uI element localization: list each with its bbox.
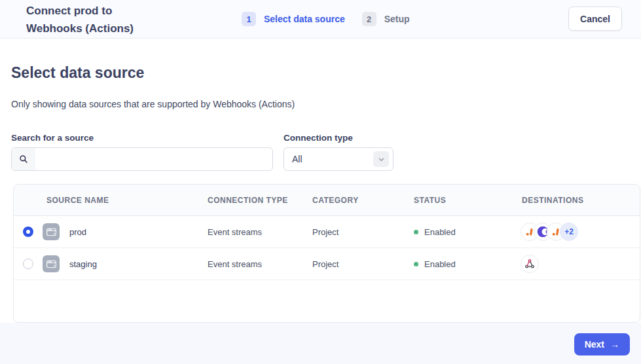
- column-category: CATEGORY: [308, 196, 410, 205]
- search-box: [11, 147, 273, 171]
- status-cell: Enabled: [410, 227, 518, 237]
- arrow-right-icon: →: [610, 339, 619, 350]
- connect-source-modal: Connect prod to Webhooks (Actions) 1 Sel…: [0, 0, 641, 364]
- source-name: prod: [69, 227, 86, 237]
- connection-type-label: Connection type: [284, 133, 353, 143]
- wizard-title: Connect prod to Webhooks (Actions): [26, 2, 165, 37]
- connection-type-cell: Event streams: [204, 227, 308, 237]
- table-row-prod[interactable]: prod Event streams Project Enabled: [14, 216, 640, 248]
- destinations-cell: [518, 255, 640, 273]
- sources-table: SOURCE NAME CONNECTION TYPE CATEGORY STA…: [13, 184, 640, 323]
- search-label: Search for a source: [11, 133, 94, 143]
- table-row-staging[interactable]: staging Event streams Project Enabled: [14, 248, 640, 280]
- destinations-more-badge: +2: [560, 223, 578, 241]
- column-status: STATUS: [410, 196, 518, 205]
- stepper: 1 Select data source 2 Setup: [242, 0, 410, 38]
- radio-button-prod[interactable]: [23, 227, 33, 237]
- next-button[interactable]: Next →: [574, 333, 630, 355]
- status-text: Enabled: [424, 259, 456, 269]
- column-source-name: SOURCE NAME: [43, 196, 204, 205]
- next-label: Next: [585, 339, 604, 350]
- page-title: Select data source: [11, 64, 144, 82]
- chevron-down-icon: [373, 151, 389, 167]
- wizard-footer: Next →: [0, 323, 641, 364]
- radio-button-staging[interactable]: [23, 259, 33, 269]
- status-dot: [414, 262, 418, 266]
- step-select-data-source: 1 Select data source: [242, 12, 345, 26]
- page-subtitle: Only showing data sources that are suppo…: [11, 99, 295, 109]
- cancel-button[interactable]: Cancel: [568, 7, 622, 31]
- browser-source-icon: [43, 255, 60, 272]
- column-destinations: DESTINATIONS: [518, 196, 640, 205]
- category-cell: Project: [308, 227, 410, 237]
- status-text: Enabled: [424, 227, 456, 237]
- category-cell: Project: [308, 259, 410, 269]
- destinations-cell: +2: [518, 223, 640, 241]
- wizard-header: Connect prod to Webhooks (Actions) 1 Sel…: [0, 0, 641, 39]
- step-number-badge: 2: [362, 12, 376, 26]
- step-label: Setup: [384, 14, 410, 24]
- browser-source-icon: [43, 223, 60, 240]
- source-name: staging: [69, 259, 97, 269]
- search-icon: [12, 148, 35, 170]
- connection-type-cell: Event streams: [204, 259, 308, 269]
- webhook-icon: [521, 255, 539, 273]
- step-number-badge: 1: [242, 12, 256, 26]
- step-label: Select data source: [264, 14, 345, 24]
- column-connection-type: CONNECTION TYPE: [204, 196, 308, 205]
- table-header-row: SOURCE NAME CONNECTION TYPE CATEGORY STA…: [14, 185, 640, 216]
- connection-type-select[interactable]: All: [284, 147, 394, 171]
- status-dot: [414, 230, 418, 234]
- search-input[interactable]: [35, 148, 272, 170]
- step-setup: 2 Setup: [362, 12, 410, 26]
- connection-type-value: All: [292, 154, 373, 164]
- status-cell: Enabled: [410, 259, 518, 269]
